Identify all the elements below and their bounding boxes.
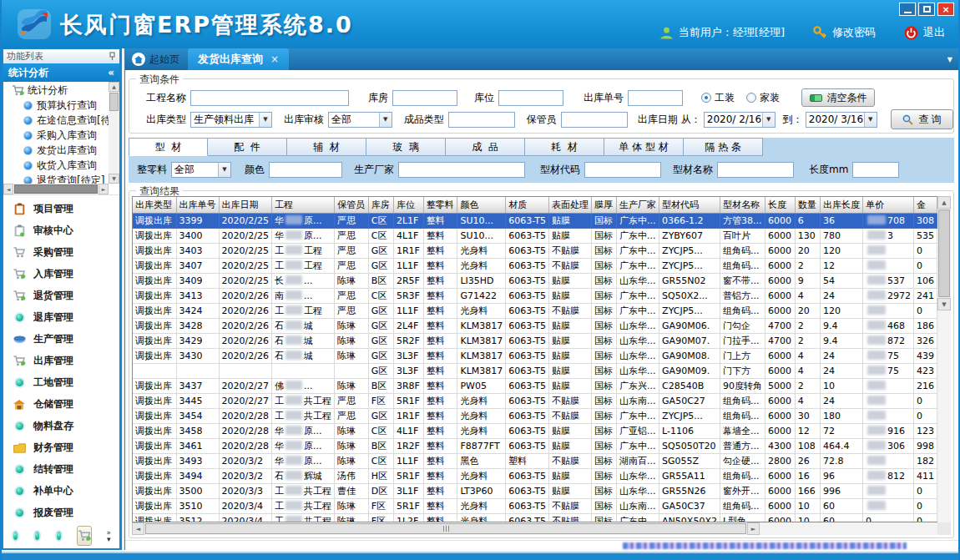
- column-header-keeper[interactable]: 保管员: [335, 197, 369, 213]
- circle-icon[interactable]: [33, 530, 41, 542]
- column-header-proj[interactable]: 工程: [272, 197, 335, 213]
- chevron-down-icon[interactable]: ▼: [379, 113, 392, 127]
- color-input[interactable]: [269, 162, 342, 178]
- material-tab-7[interactable]: 单 体 型 材: [604, 138, 684, 156]
- sidebar-item-采购管理[interactable]: 采购管理: [3, 242, 119, 264]
- column-header-code[interactable]: 型材代码: [659, 197, 720, 213]
- date-from-picker[interactable]: 2020/ 2/16▼: [704, 112, 776, 128]
- column-header-surf[interactable]: 表面处理: [548, 197, 591, 213]
- scroll-down-icon[interactable]: ▼: [937, 298, 951, 310]
- tree-item[interactable]: 发货出库查询: [5, 144, 109, 159]
- clear-conditions-button[interactable]: 清空条件: [801, 88, 875, 107]
- table-row[interactable]: 调拨出库34542020/2/28工共工程严思G区1R1F整料光身料6063-T…: [133, 408, 937, 423]
- table-row[interactable]: 调拨出库34302020/2/26石城陈琳G区3L3F整料KLM38176063…: [133, 348, 937, 363]
- stats-section-header[interactable]: 统计分析 «: [3, 63, 119, 81]
- material-tab-8[interactable]: 隔 热 条: [684, 138, 763, 156]
- tree-vscrollbar[interactable]: ▲ ▼: [109, 82, 119, 184]
- table-row[interactable]: 调拨出库34092020/2/25长...陈琳B区2R5F整料LI35HD606…: [133, 273, 937, 288]
- table-row[interactable]: 调拨出库34932020/3/2华原...陈琳C区1L1F整料黑色塑料不贴膜国标…: [133, 453, 937, 468]
- project-name-input[interactable]: [190, 90, 349, 106]
- minimize-button[interactable]: [899, 3, 916, 16]
- sidebar-item-入库管理[interactable]: 入库管理: [3, 264, 119, 285]
- tabbar-dropdown-icon[interactable]: ▼: [947, 56, 952, 63]
- scroll-right-icon[interactable]: ►: [99, 184, 109, 194]
- column-header-outlen[interactable]: 出库长度: [820, 197, 862, 213]
- column-header-name[interactable]: 型材名称: [720, 197, 765, 213]
- date-to-picker[interactable]: 2020/ 3/16▼: [806, 112, 877, 128]
- table-row[interactable]: 调拨出库34282020/2/26石城陈琳G区2L4F整料KLM38176063…: [133, 318, 937, 333]
- scroll-right-icon[interactable]: ►: [747, 522, 760, 535]
- close-button[interactable]: ×: [937, 3, 954, 16]
- tree-root[interactable]: 统计分析: [5, 83, 109, 98]
- column-header-mat[interactable]: 材质: [506, 197, 549, 213]
- table-row[interactable]: 调拨出库35122020/3/4工共工程陈琳F区1L2F整料光身料6063-T5…: [133, 513, 937, 522]
- whole-part-select[interactable]: 全部▼: [171, 162, 231, 178]
- tree-item[interactable]: 收货入库查询: [5, 159, 109, 174]
- material-tab-5[interactable]: 成 品: [446, 138, 525, 156]
- sidebar-item-退库管理[interactable]: 退库管理: [3, 307, 119, 329]
- chevron-down-icon[interactable]: ▼: [762, 113, 775, 127]
- tree-vscroll-thumb[interactable]: [109, 93, 119, 111]
- scroll-left-icon[interactable]: ◄: [132, 522, 144, 535]
- chevron-down-icon[interactable]: ▼: [864, 113, 877, 127]
- table-row[interactable]: 调拨出库34452020/2/27工共工程严思F区5R1F整料光身料6063-T…: [133, 393, 937, 408]
- column-header-mfr[interactable]: 生产厂家: [617, 197, 659, 213]
- tree-item[interactable]: 退货查询[待定]: [5, 174, 109, 184]
- pin-icon[interactable]: [109, 52, 116, 61]
- sidebar-item-项目管理[interactable]: 项目管理: [3, 199, 119, 220]
- grid-vscroll-thumb[interactable]: [938, 209, 950, 297]
- tree-hscrollbar[interactable]: ◄ ►: [3, 184, 109, 194]
- keeper-input[interactable]: [561, 112, 628, 128]
- grid-hscroll-thumb[interactable]: [145, 523, 746, 534]
- sidebar-item-仓储管理[interactable]: 仓储管理: [3, 394, 119, 416]
- change-password[interactable]: 修改密码: [813, 25, 876, 40]
- out-audit-select[interactable]: 全部▼: [328, 112, 392, 128]
- table-row[interactable]: 调拨出库35002020/3/3工共工程曹佳D区3L1F整料LT3P606063…: [133, 483, 937, 498]
- tree-item[interactable]: 在途信息查询[待定]: [5, 114, 109, 129]
- column-header-amt[interactable]: 金: [913, 197, 937, 213]
- column-header-qty[interactable]: 数量: [795, 197, 820, 213]
- sidebar-item-报废管理[interactable]: 报废管理: [3, 502, 119, 524]
- scroll-down-icon[interactable]: ▼: [109, 174, 119, 184]
- material-tab-2[interactable]: 配 件: [208, 138, 287, 156]
- circle-icon[interactable]: [12, 530, 19, 542]
- table-row[interactable]: 调拨出库34132020/2/26南...严思C区5R3F整料G71422606…: [133, 288, 937, 303]
- circle-icon[interactable]: [55, 530, 63, 542]
- sidebar-item-退货管理[interactable]: 退货管理: [3, 285, 119, 307]
- material-tab-4[interactable]: 玻 璃: [366, 138, 446, 156]
- table-row[interactable]: 调拨出库33992020/2/25华原...严思C区2L1F整料SU10...6…: [133, 213, 937, 228]
- warehouse-input[interactable]: [392, 90, 457, 106]
- column-header-price[interactable]: 单价: [862, 197, 913, 213]
- column-header-type[interactable]: 出库类型: [133, 197, 176, 213]
- tab-active[interactable]: 发货出库查询 ×: [188, 48, 289, 70]
- sidebar-item-审核中心[interactable]: 审核中心: [3, 220, 119, 242]
- sidebar-item-出库管理[interactable]: 出库管理: [3, 351, 119, 372]
- grid-vscrollbar[interactable]: ▲ ▼: [937, 196, 951, 522]
- sidebar-item-物料盘存[interactable]: 物料盘存: [3, 416, 119, 437]
- table-row[interactable]: 调拨出库34292020/2/26石城陈琳G区5R2F整料KLM38176063…: [133, 333, 937, 348]
- column-header-zl[interactable]: 整零料: [423, 197, 457, 213]
- table-row[interactable]: 调拨出库34612020/2/28华原...陈琳B区1R2F整料F8877FT6…: [133, 438, 937, 453]
- tab-home[interactable]: 起始页: [125, 48, 188, 70]
- overflow-chevron[interactable]: »▾: [106, 529, 111, 542]
- logout[interactable]: 退出: [904, 25, 945, 40]
- table-row[interactable]: 调拨出库34372020/2/27佛...陈琳B区3R8F整料PW056063-…: [133, 378, 937, 393]
- column-header-loc[interactable]: 库位: [393, 197, 423, 213]
- table-row[interactable]: 调拨出库34002020/2/25华原...严思C区4L1F整料SU10...6…: [133, 228, 937, 243]
- length-input[interactable]: [852, 162, 899, 178]
- jiazhuang-radio[interactable]: [746, 93, 756, 103]
- column-header-wh[interactable]: 库房: [368, 197, 393, 213]
- table-row[interactable]: 调拨出库34242020/2/26工工程严思G区1L1F整料光身料6063-T5…: [133, 303, 937, 318]
- out-type-select[interactable]: 生产领料出库▼: [190, 112, 272, 128]
- column-header-no[interactable]: 出库单号: [176, 197, 219, 213]
- column-header-date[interactable]: 出库日期: [219, 197, 271, 213]
- order-no-input[interactable]: [628, 90, 683, 106]
- profile-name-input[interactable]: [717, 162, 794, 178]
- material-tab-6[interactable]: 耗 材: [525, 138, 604, 156]
- tree-item[interactable]: 预算执行查询: [5, 98, 109, 114]
- location-input[interactable]: [498, 90, 563, 106]
- scroll-up-icon[interactable]: ▲: [109, 82, 119, 92]
- cart-shortcut-button[interactable]: [77, 526, 92, 546]
- gongzhuang-radio[interactable]: [701, 93, 711, 103]
- chevron-down-icon[interactable]: ▼: [259, 113, 271, 127]
